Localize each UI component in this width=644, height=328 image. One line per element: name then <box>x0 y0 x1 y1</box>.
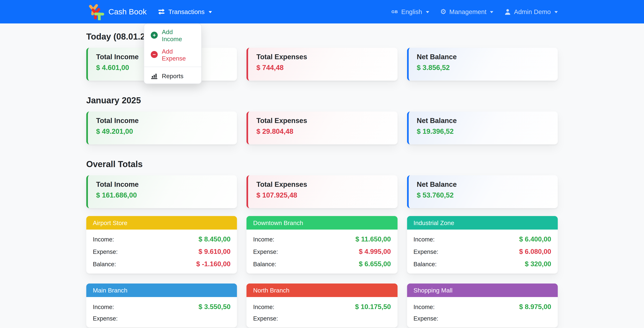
row-label: Expense: <box>93 315 118 322</box>
branch-expense-row: Expense: <box>414 315 551 322</box>
branch-body: Income: $ 6.400,00 Expense: $ 6.080,00 B… <box>407 230 558 274</box>
branch-header: North Branch <box>246 283 397 297</box>
card-label: Net Balance <box>417 181 550 189</box>
top-navbar: Cash Book Transactions GB English <box>0 0 644 24</box>
branch-income-row: Income: $ 8.450,00 <box>93 235 230 243</box>
row-value: $ 11.650,00 <box>356 235 391 243</box>
transactions-dropdown-menu: Add Income Add Expense Reports <box>144 24 202 84</box>
branch-body: Income: $ 10.175,50 Expense: <box>246 297 397 327</box>
row-label: Income: <box>414 236 434 243</box>
nav-item-management[interactable]: Management <box>440 8 494 16</box>
chevron-down-icon <box>490 11 493 13</box>
nav-item-user[interactable]: Admin Demo <box>504 8 558 16</box>
row-label: Expense: <box>253 315 278 322</box>
branch-header: Industrial Zone <box>407 216 558 230</box>
yt-logo-icon <box>86 3 105 20</box>
row-label: Expense: <box>253 249 278 255</box>
brand-link[interactable]: Cash Book <box>86 3 147 20</box>
navbar-inner: Cash Book Transactions GB English <box>86 3 558 20</box>
menu-item-reports[interactable]: Reports <box>144 70 201 82</box>
branch-header: Downtown Branch <box>246 216 397 230</box>
summary-card-net-balance: Net Balance $ 3.856,52 <box>407 48 558 81</box>
row-value: $ 9.610,00 <box>198 248 230 255</box>
summary-card-total-income: Total Income $ 49.201,00 <box>86 111 237 144</box>
nav-item-user-label: Admin Demo <box>514 8 551 16</box>
card-value: $ 19.396,52 <box>417 127 550 136</box>
menu-item-add-expense-label: Add Expense <box>162 48 195 62</box>
minus-circle-icon <box>151 51 158 58</box>
card-value: $ 107.925,48 <box>256 191 389 200</box>
branch-card-main-branch: Main Branch Income: $ 3.550,50 Expense: <box>86 283 237 328</box>
branch-card-north-branch: North Branch Income: $ 10.175,50 Expense… <box>246 283 397 328</box>
chevron-down-icon <box>426 11 429 13</box>
branch-body: Income: $ 11.650,00 Expense: $ 4.995,00 … <box>246 230 397 274</box>
row-label: Balance: <box>414 261 436 267</box>
card-label: Total Expenses <box>256 181 389 189</box>
gear-icon <box>440 8 446 16</box>
branch-balance-row: Balance: $ 320,00 <box>414 260 551 268</box>
row-label: Income: <box>253 236 274 243</box>
row-label: Income: <box>93 236 114 243</box>
section-title-month: January 2025 <box>86 95 558 105</box>
nav-item-language[interactable]: GB English <box>392 8 429 16</box>
cash-book-app: Cash Book Transactions GB English <box>0 0 644 328</box>
branch-header: Airport Store <box>86 216 237 230</box>
card-label: Total Income <box>96 181 229 189</box>
branch-expense-row: Expense: <box>93 315 230 322</box>
branch-expense-row: Expense: $ 4.995,00 <box>253 248 391 255</box>
row-value: $ 4.995,00 <box>359 248 391 255</box>
menu-item-add-expense[interactable]: Add Expense <box>144 45 201 64</box>
chevron-down-icon <box>209 11 212 13</box>
branch-card-shopping-mall: Shopping Mall Income: $ 8.975,00 Expense… <box>407 283 558 328</box>
card-value: $ 29.804,48 <box>256 127 389 136</box>
nav-item-transactions[interactable]: Transactions <box>158 8 212 16</box>
transfer-arrows-icon <box>158 9 165 15</box>
card-value: $ 3.856,52 <box>417 64 550 72</box>
card-label: Net Balance <box>417 117 550 125</box>
row-label: Balance: <box>93 261 116 267</box>
nav-item-language-label: English <box>401 8 422 16</box>
bar-chart-icon <box>151 72 158 79</box>
section-title-overall: Overall Totals <box>86 159 558 169</box>
menu-item-add-income[interactable]: Add Income <box>144 26 201 45</box>
row-value: $ 8.975,00 <box>519 303 551 311</box>
brand-title: Cash Book <box>108 7 147 17</box>
card-value: $ 744,48 <box>256 64 389 72</box>
branch-expense-row: Expense: $ 9.610,00 <box>93 248 230 255</box>
nav-item-transactions-label: Transactions <box>168 8 205 16</box>
branch-body: Income: $ 8.975,00 Expense: <box>407 297 558 327</box>
menu-divider <box>144 67 201 67</box>
branch-card-industrial-zone: Industrial Zone Income: $ 6.400,00 Expen… <box>407 216 558 273</box>
summary-card-total-expenses: Total Expenses $ 107.925,48 <box>246 175 397 208</box>
row-value: $ 6.080,00 <box>519 248 551 255</box>
row-label: Expense: <box>93 249 118 255</box>
card-value: $ 53.760,52 <box>417 191 550 200</box>
branch-expense-row: Expense: <box>253 315 391 322</box>
month-summary-row: Total Income $ 49.201,00 Total Expenses … <box>86 111 558 144</box>
row-value: $ 320,00 <box>525 260 551 268</box>
summary-card-total-income: Total Income $ 161.686,00 <box>86 175 237 208</box>
row-value: $ 10.175,50 <box>355 303 391 311</box>
person-icon <box>504 8 511 15</box>
row-label: Income: <box>253 303 274 310</box>
row-label: Expense: <box>414 249 438 255</box>
summary-card-net-balance: Net Balance $ 53.760,52 <box>407 175 558 208</box>
branch-income-row: Income: $ 6.400,00 <box>414 235 551 243</box>
branch-header: Shopping Mall <box>407 283 558 297</box>
summary-card-total-expenses: Total Expenses $ 744,48 <box>246 48 397 81</box>
card-value: $ 161.686,00 <box>96 191 229 200</box>
card-label: Total Income <box>96 117 229 125</box>
row-label: Income: <box>414 303 434 310</box>
menu-item-reports-label: Reports <box>162 72 184 79</box>
row-label: Expense: <box>414 315 438 322</box>
branch-header: Main Branch <box>86 283 237 297</box>
branch-body: Income: $ 8.450,00 Expense: $ 9.610,00 B… <box>86 230 237 274</box>
row-value: $ 6.655,00 <box>359 260 391 268</box>
branch-card-airport-store: Airport Store Income: $ 8.450,00 Expense… <box>86 216 237 273</box>
card-label: Net Balance <box>417 53 550 61</box>
nav-item-management-label: Management <box>449 8 486 16</box>
row-value: $ 3.550,50 <box>198 303 230 311</box>
gb-country-badge: GB <box>392 10 398 14</box>
card-label: Total Expenses <box>256 53 389 61</box>
branch-income-row: Income: $ 8.975,00 <box>414 303 551 311</box>
